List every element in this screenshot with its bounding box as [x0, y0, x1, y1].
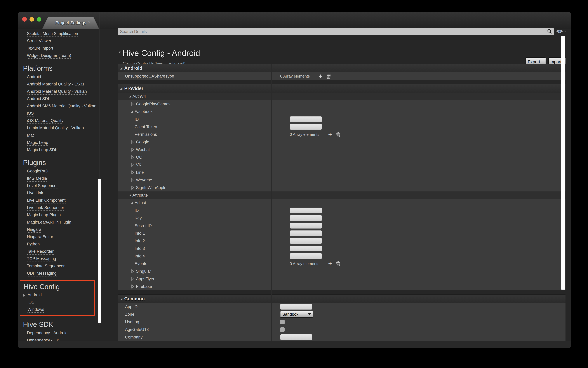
add-element-icon[interactable]: +	[319, 74, 322, 78]
tab-close-icon[interactable]: x	[88, 20, 90, 25]
delete-elements-trash-icon[interactable]	[336, 261, 340, 267]
sidebar-item-dependency-android[interactable]: Dependency - Android	[18, 330, 111, 337]
view-options-caret-icon[interactable]	[564, 31, 566, 33]
sidebar-item-android-sdk[interactable]: Android SDK	[18, 95, 111, 103]
collapsed-triangle-icon[interactable]	[131, 163, 134, 167]
zone-dropdown[interactable]: Sandbox	[280, 311, 313, 318]
view-options-eye-icon[interactable]	[556, 29, 563, 35]
search-bar[interactable]	[118, 28, 554, 35]
setting-row-line: Line	[118, 169, 566, 176]
page-collapse-icon[interactable]	[119, 52, 121, 54]
sidebar-item-ios[interactable]: iOS	[18, 110, 111, 117]
collapsed-triangle-icon[interactable]	[131, 155, 134, 159]
sidebar-item-texture-import[interactable]: Texture Import	[18, 45, 111, 52]
section-header-provider[interactable]: Provider	[118, 84, 566, 92]
sidebar-item-magic-leap[interactable]: Magic Leap	[18, 139, 111, 147]
text-input[interactable]	[280, 304, 312, 310]
sidebar-item-magic-leap-sdk[interactable]: Magic Leap SDK	[18, 147, 111, 154]
text-input[interactable]	[290, 238, 322, 244]
sidebar-item-googlepad[interactable]: GooglePAD	[18, 168, 111, 175]
sidebar-item-live-link-sequencer[interactable]: Live Link Sequencer	[18, 204, 111, 212]
expanded-triangle-icon[interactable]	[131, 111, 133, 113]
selected-item-arrow-icon	[23, 294, 25, 297]
sidebar-item-windows[interactable]: Windows	[20, 306, 94, 313]
sidebar-item-android[interactable]: Android	[20, 292, 94, 299]
sidebar-item-skeletal-mesh-simplification[interactable]: Skeletal Mesh Simplification	[18, 30, 111, 38]
text-input[interactable]	[290, 116, 322, 122]
setting-name-cell: Weverse	[118, 176, 284, 184]
sidebar-item-android-material-quality-vulkan[interactable]: Android Material Quality - Vulkan	[18, 88, 111, 95]
setting-value-cell	[282, 92, 566, 100]
text-input[interactable]	[280, 334, 312, 340]
add-element-icon[interactable]: +	[328, 261, 332, 266]
checkbox-unchecked[interactable]	[280, 320, 285, 324]
setting-name-cell: ID	[118, 207, 288, 214]
delete-elements-trash-icon[interactable]	[326, 74, 331, 79]
sidebar-item-label: Android Material Quality - Vulkan	[27, 89, 87, 95]
name-value-column-divider[interactable]	[271, 64, 272, 341]
zoom-window-button[interactable]	[37, 17, 41, 22]
close-window-button[interactable]	[22, 17, 27, 22]
expanded-triangle-icon[interactable]	[129, 95, 131, 97]
sidebar-item-ios[interactable]: iOS	[20, 299, 94, 306]
collapsed-triangle-icon[interactable]	[131, 277, 134, 281]
sidebar-item-label: iOS	[27, 111, 34, 117]
text-input[interactable]	[290, 230, 322, 236]
text-input[interactable]	[290, 124, 322, 130]
sidebar-item-dependency-ios[interactable]: Dependency - iOS	[18, 337, 111, 342]
sidebar-item-level-sequencer[interactable]: Level Sequencer	[18, 183, 111, 190]
setting-label: Info 3	[135, 246, 145, 251]
tab-project-settings[interactable]: Project Settings x	[42, 17, 99, 28]
sidebar-scrollbar-thumb[interactable]	[98, 179, 101, 323]
sidebar-item-python[interactable]: Python	[18, 241, 111, 248]
sidebar-item-live-link[interactable]: Live Link	[18, 190, 111, 197]
text-input[interactable]	[290, 246, 322, 251]
expanded-triangle-icon[interactable]	[129, 194, 131, 196]
sidebar-item-struct-viewer[interactable]: Struct Viewer	[18, 38, 111, 45]
collapsed-triangle-icon[interactable]	[131, 140, 134, 144]
sidebar-item-android[interactable]: Android	[18, 74, 111, 81]
sidebar-item-widget-designer-team-[interactable]: Widget Designer (Team)	[18, 52, 111, 60]
sidebar-heading-hive-config: Hive Config	[24, 282, 94, 292]
setting-name-cell: Zone	[118, 311, 278, 318]
section-header-common[interactable]: Common	[118, 294, 566, 303]
collapsed-triangle-icon[interactable]	[131, 269, 134, 273]
sidebar-item-niagara[interactable]: Niagara	[18, 226, 111, 234]
setting-value-cell: 0 Array elements+	[288, 260, 566, 267]
collapsed-triangle-icon[interactable]	[131, 102, 134, 106]
text-input[interactable]	[290, 223, 322, 229]
minimize-window-button[interactable]	[29, 17, 34, 22]
checkbox-unchecked[interactable]	[280, 327, 285, 332]
text-input[interactable]	[290, 253, 322, 259]
sidebar-item-live-link-component[interactable]: Live Link Component	[18, 197, 111, 204]
sidebar-item-magicleaparpin-plugin[interactable]: MagicLeapARPin Plugin	[18, 219, 111, 226]
sidebar-item-magic-leap-plugin[interactable]: Magic Leap Plugin	[18, 212, 111, 219]
collapsed-triangle-icon[interactable]	[131, 178, 134, 182]
sidebar-item-udp-messaging[interactable]: UDP Messaging	[18, 270, 111, 277]
collapsed-triangle-icon[interactable]	[131, 284, 134, 289]
sidebar-item-take-recorder[interactable]: Take Recorder	[18, 248, 111, 256]
sidebar-item-niagara-editor[interactable]: Niagara Editor	[18, 234, 111, 241]
collapsed-triangle-icon[interactable]	[131, 185, 134, 190]
collapsed-triangle-icon[interactable]	[131, 147, 134, 152]
sidebar-item-img-media[interactable]: IMG Media	[18, 175, 111, 183]
collapsed-triangle-icon[interactable]	[131, 170, 134, 175]
sidebar-item-template-sequencer[interactable]: Template Sequencer	[18, 263, 111, 270]
section-header-android[interactable]: Android	[118, 64, 566, 72]
sidebar-item-ios-material-quality[interactable]: iOS Material Quality	[18, 117, 111, 125]
sidebar-item-lumin-material-quality-vulkan[interactable]: Lumin Material Quality - Vulkan	[18, 125, 111, 132]
dropdown-caret-icon	[308, 313, 311, 315]
expanded-triangle-icon[interactable]	[131, 202, 133, 204]
main-scrollbar-thumb[interactable]	[561, 36, 565, 290]
zone-dropdown-value: Sandbox	[282, 312, 308, 317]
delete-elements-trash-icon[interactable]	[336, 132, 340, 137]
text-input[interactable]	[290, 208, 322, 213]
search-input[interactable]	[118, 29, 547, 34]
add-element-icon[interactable]: +	[328, 132, 332, 137]
text-input[interactable]	[290, 215, 322, 221]
sidebar-item-tcp-messaging[interactable]: TCP Messaging	[18, 256, 111, 263]
sidebar-item-android-material-quality-es31[interactable]: Android Material Quality - ES31	[18, 81, 111, 88]
sidebar-item-mac[interactable]: Mac	[18, 132, 111, 139]
setting-label: UseLog	[125, 320, 139, 324]
sidebar-item-android-sm5-material-quality-vulkan[interactable]: Android SM5 Material Quality - Vulkan	[18, 103, 111, 110]
